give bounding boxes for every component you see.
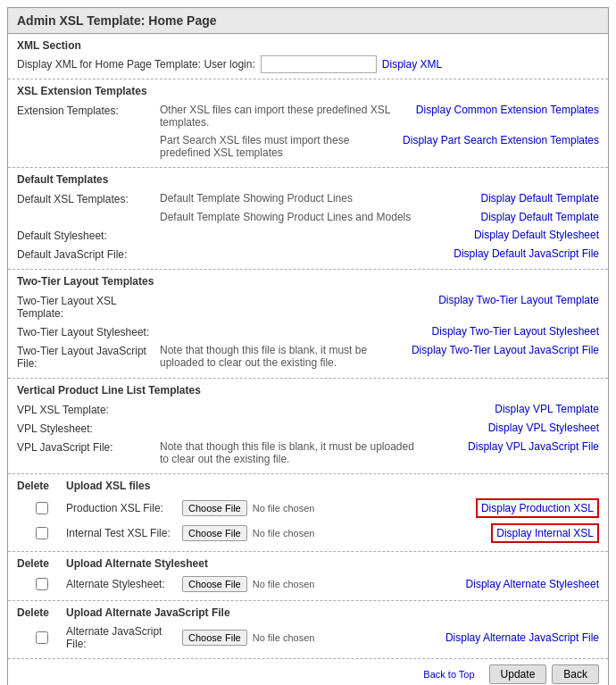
xsl-ext-label: Extension Templates: — [17, 104, 160, 117]
vpl-stylesheet-link[interactable]: Display VPL Stylesheet — [488, 422, 599, 434]
upload-stylesheet-delete-header: Delete — [17, 557, 66, 570]
alt-stylesheet-checkbox[interactable] — [36, 578, 48, 590]
internal-xsl-choose-file-btn[interactable]: Choose File — [182, 525, 247, 541]
vpl-header: Vertical Product Line List Templates — [17, 384, 599, 397]
production-xsl-choose-file-btn[interactable]: Choose File — [182, 500, 247, 516]
two-tier-stylesheet-label: Two-Tier Layout Stylesheet: — [17, 325, 160, 338]
upload-stylesheet-section: Delete Upload Alternate Stylesheet Alter… — [8, 552, 608, 601]
vpl-xsl-label: VPL XSL Template: — [17, 403, 160, 416]
xml-section: XML Section Display XML for Home Page Te… — [8, 34, 608, 79]
default-row1: Default XSL Templates: Default Template … — [17, 189, 599, 208]
default-row2: Default Template Showing Product Lines a… — [17, 208, 599, 226]
display-xml-link[interactable]: Display XML — [382, 58, 442, 71]
alt-stylesheet-label: Alternate Stylesheet: — [66, 578, 182, 590]
vpl-section: Vertical Product Line List Templates VPL… — [8, 379, 608, 474]
xml-section-header: XML Section — [17, 39, 599, 52]
two-tier-row3: Two-Tier Layout JavaScript File: Note th… — [17, 341, 599, 372]
xsl-ext-row2: Part Search XSL files must import these … — [17, 131, 599, 162]
xml-label: Display XML for Home Page Template: User… — [17, 58, 255, 71]
alt-stylesheet-choose-file-btn[interactable]: Choose File — [182, 576, 247, 592]
default-template-link2[interactable]: Display Default Template — [480, 211, 599, 223]
upload-js-label: Upload Alternate JavaScript File — [66, 606, 230, 619]
alt-stylesheet-no-file: No file chosen — [253, 579, 315, 589]
xsl-extension-section: XSL Extension Templates Extension Templa… — [8, 79, 608, 168]
upload-xsl-row2: Internal Test XSL File: Choose File No f… — [17, 521, 599, 546]
back-to-top-link[interactable]: Back to Top — [423, 669, 474, 680]
upload-xsl-row1: Production XSL File: Choose File No file… — [17, 496, 599, 521]
two-tier-xsl-label: Two-Tier Layout XSL Template: — [17, 294, 160, 320]
upload-stylesheet-header: Delete Upload Alternate Stylesheet — [17, 557, 599, 570]
upload-xsl-section: Delete Upload XSL files Production XSL F… — [8, 474, 608, 552]
internal-xsl-checkbox[interactable] — [36, 527, 48, 539]
vpl-row2: VPL Stylesheet: Display VPL Stylesheet — [17, 419, 599, 438]
part-search-ext-link[interactable]: Display Part Search Extension Templates — [403, 134, 599, 146]
two-tier-row2: Two-Tier Layout Stylesheet: Display Two-… — [17, 322, 599, 341]
xml-row: Display XML for Home Page Template: User… — [17, 55, 599, 73]
two-tier-js-label: Two-Tier Layout JavaScript File: — [17, 344, 160, 370]
upload-stylesheet-row1: Alternate Stylesheet: Choose File No fil… — [17, 573, 599, 595]
production-xsl-label: Production XSL File: — [66, 502, 182, 514]
upload-js-header: Delete Upload Alternate JavaScript File — [17, 606, 599, 619]
default-stylesheet-link[interactable]: Display Default Stylesheet — [474, 229, 599, 241]
internal-xsl-no-file: No file chosen — [253, 528, 315, 539]
two-tier-row1: Two-Tier Layout XSL Template: Display Tw… — [17, 291, 599, 322]
vpl-js-note: Note that though this file is blank, it … — [160, 440, 420, 465]
display-internal-xsl-link[interactable]: Display Internal XSL — [496, 527, 594, 539]
page-title: Admin XSL Template: Home Page — [8, 8, 608, 34]
alt-js-choose-file-btn[interactable]: Choose File — [182, 630, 247, 646]
vpl-js-label: VPL JavaScript File: — [17, 440, 160, 454]
default-template-link1[interactable]: Display Default Template — [480, 192, 599, 205]
default-row4: Default JavaScript File: Display Default… — [17, 245, 599, 263]
two-tier-section: Two-Tier Layout Templates Two-Tier Layou… — [8, 270, 608, 379]
display-alt-stylesheet-link[interactable]: Display Alternate Stylesheet — [466, 578, 599, 590]
back-button[interactable]: Back — [552, 664, 599, 684]
default-templates-header: Default Templates — [17, 173, 599, 186]
production-xsl-no-file: No file chosen — [253, 503, 315, 514]
vpl-stylesheet-label: VPL Stylesheet: — [17, 422, 160, 435]
vpl-row3: VPL JavaScript File: Note that though th… — [17, 438, 599, 468]
alt-js-label: Alternate JavaScript File: — [66, 625, 182, 650]
production-xsl-checkbox[interactable] — [36, 502, 48, 514]
update-button[interactable]: Update — [489, 664, 547, 684]
default-js-label: Default JavaScript File: — [17, 247, 160, 261]
xsl-ext-row1: Extension Templates: Other XSL files can… — [17, 101, 599, 131]
xml-input[interactable] — [261, 55, 377, 73]
upload-xsl-header: Delete Upload XSL files — [17, 480, 599, 492]
default-text2: Default Template Showing Product Lines a… — [160, 211, 420, 223]
upload-js-row1: Alternate JavaScript File: Choose File N… — [17, 622, 599, 653]
vpl-row1: VPL XSL Template: Display VPL Template — [17, 400, 599, 419]
default-templates-section: Default Templates Default XSL Templates:… — [8, 168, 608, 270]
two-tier-stylesheet-link[interactable]: Display Two-Tier Layout Stylesheet — [432, 325, 599, 338]
default-stylesheet-label: Default Stylesheet: — [17, 229, 160, 242]
vpl-js-link[interactable]: Display VPL JavaScript File — [468, 440, 599, 453]
xsl-extension-header: XSL Extension Templates — [17, 85, 599, 97]
alt-js-checkbox[interactable] — [36, 631, 48, 644]
default-xsl-label: Default XSL Templates: — [17, 192, 160, 205]
alt-js-no-file: No file chosen — [253, 632, 315, 643]
upload-stylesheet-label: Upload Alternate Stylesheet — [66, 557, 208, 570]
upload-js-section: Delete Upload Alternate JavaScript File … — [8, 601, 608, 659]
internal-xsl-label: Internal Test XSL File: — [66, 527, 182, 539]
two-tier-header: Two-Tier Layout Templates — [17, 275, 599, 288]
footer: Back to Top Update Back — [8, 659, 608, 685]
upload-xsl-label: Upload XSL files — [66, 480, 150, 492]
common-ext-link[interactable]: Display Common Extension Templates — [416, 104, 599, 116]
default-row3: Default Stylesheet: Display Default Styl… — [17, 226, 599, 245]
upload-js-delete-header: Delete — [17, 606, 66, 619]
two-tier-js-link[interactable]: Display Two-Tier Layout JavaScript File — [412, 344, 599, 356]
two-tier-template-link[interactable]: Display Two-Tier Layout Template — [438, 294, 599, 306]
xsl-ext-text1: Other XSL files can import these predefi… — [160, 104, 416, 129]
display-alt-js-link[interactable]: Display Alternate JavaScript File — [445, 631, 599, 644]
vpl-template-link[interactable]: Display VPL Template — [495, 403, 599, 415]
xsl-ext-text2: Part Search XSL files must import these … — [160, 134, 403, 159]
display-production-xsl-link[interactable]: Display Production XSL — [481, 502, 594, 514]
upload-xsl-delete-header: Delete — [17, 480, 66, 492]
default-text1: Default Template Showing Product Lines — [160, 192, 420, 205]
default-js-link[interactable]: Display Default JavaScript File — [454, 247, 599, 260]
two-tier-js-note: Note that though this file is blank, it … — [160, 344, 412, 369]
